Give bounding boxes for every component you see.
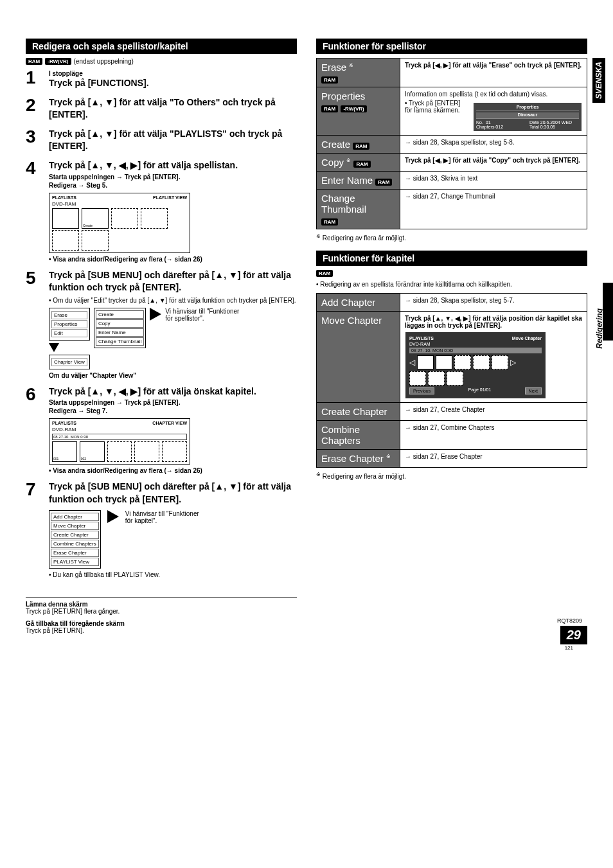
exit1-b: Tryck på [RETURN] flera gånger. — [26, 608, 297, 615]
create-chapter-name: Create Chapter — [317, 403, 400, 421]
step-number: 6 — [26, 385, 49, 475]
step5-figure: Erase Properties Edit Chapter View Creat… — [49, 308, 297, 369]
properties-body2: Tryck på [ENTER] för lämna skärmen. — [405, 100, 460, 114]
ram-tag: RAM — [353, 161, 370, 168]
erase-chapter-body: → sidan 27, Erase Chapter — [400, 450, 587, 468]
fig6-disc: DVD-RAM — [52, 427, 187, 432]
step4-sub2: Redigera → Steg 5. — [49, 182, 297, 189]
step3-title: Tryck på [▲, ▼] för att välja "PLAYLISTS… — [49, 128, 297, 153]
table-row: Erase Chapter ※ → sidan 27, Erase Chapte… — [317, 450, 587, 468]
exit1-h: Lämna denna skärm — [26, 601, 297, 608]
mc-hdr-l: PLAYLISTS — [409, 336, 434, 341]
right-column: Funktioner för spellistor Erase ※ RAM Tr… — [316, 39, 587, 634]
step5-caption: Om du väljer "Chapter View" — [49, 372, 297, 379]
table-row: Combine Chapters → sidan 27, Combine Cha… — [317, 421, 587, 450]
step4-title: Tryck på [▲, ▼, ◀, ▶] för att välja spel… — [49, 159, 297, 172]
mc-thumb — [409, 371, 426, 385]
mc-thumb — [447, 371, 463, 385]
fig4-hdr-r: PLAYLIST VIEW — [153, 195, 187, 200]
submenu-item: Erase — [51, 311, 87, 319]
step6-title: Tryck på [▲, ▼, ◀, ▶] för att välja önsk… — [49, 385, 297, 398]
step5-bullet: Om du väljer "Edit" trycker du på [▲, ▼]… — [49, 297, 297, 304]
step-number: 3 — [26, 128, 49, 153]
step7-figure: Add Chapter Move Chapter Create Chapter … — [49, 510, 297, 569]
create-body: → sidan 28, Skapa spellistor, steg 5-8. — [400, 136, 587, 154]
submenu-item: Combine Chapters — [51, 540, 99, 548]
create-chapter-body: → sidan 27, Create Chapter — [400, 403, 587, 421]
copy-body: Tryck på [◀, ▶] för att välja "Copy" och… — [400, 154, 587, 172]
asterisk-icon: ※ — [349, 62, 353, 68]
properties-name: Properties — [321, 91, 365, 102]
exit2-h: Gå tillbaka till föregående skärm — [26, 620, 297, 627]
step-6: 6 Tryck på [▲, ▼, ◀, ▶] för att välja ön… — [26, 385, 297, 475]
table-row: Add Chapter → sidan 28, Skapa spellistor… — [317, 294, 587, 312]
ram-tag: RAM — [321, 218, 338, 226]
change-thumb-body: → sidan 27, Change Thumbnail — [400, 190, 587, 229]
step6-sub1: Starta uppspelningen → Tryck på [ENTER]. — [49, 399, 297, 406]
chapter-view-figure: PLAYLISTS CHAPTER VIEW DVD-RAM 08 27.10.… — [49, 418, 297, 465]
step-4: 4 Tryck på [▲, ▼, ◀, ▶] för att välja sp… — [26, 159, 297, 263]
mc-thumb — [492, 355, 508, 369]
step1-sub: I stoppläge — [49, 70, 297, 77]
submenu-item: Chapter View — [51, 358, 87, 366]
submenu-item: Enter Name — [96, 328, 144, 337]
table-row: Move Chapter Tryck på [▲, ▼, ◀, ▶] för a… — [317, 312, 587, 403]
pl-thumb-create: Create — [82, 208, 109, 229]
mc-prev: Previous — [409, 387, 434, 394]
submenu-item: Properties — [51, 320, 87, 328]
submenu-item: Copy — [96, 319, 144, 328]
submenu-left: Erase Properties Edit — [49, 308, 90, 341]
step-number: 1 — [26, 69, 49, 90]
submenu-item: Change Thumbnail — [96, 337, 144, 346]
mc-thumb — [454, 355, 471, 369]
step6-bullet: Visa andra sidor/Redigering av flera (→ … — [49, 467, 297, 474]
fig4-hdr-l: PLAYLISTS — [52, 195, 76, 200]
step6-sub2: Redigera → Steg 7. — [49, 407, 297, 414]
arrow-right-icon — [150, 308, 161, 321]
mc-disc: DVD-RAM — [409, 342, 542, 346]
move-chapter-name: Move Chapter — [317, 312, 400, 403]
ram-tag: RAM — [375, 179, 392, 186]
submenu-item: Create — [96, 310, 144, 319]
mc-thumb — [473, 355, 490, 369]
mc-next: Next — [525, 387, 542, 394]
enter-name-name: Enter Name — [321, 175, 373, 186]
step7-title: Tryck på [SUB MENU] och därefter på [▲, … — [49, 481, 297, 506]
pl-thumb — [162, 441, 187, 462]
fig6-sub: 08 27.10. MON 0:30 — [52, 434, 187, 440]
pl-thumb: 001 — [52, 441, 77, 462]
table-row: Change ThumbnailRAM → sidan 27, Change T… — [317, 190, 587, 229]
add-chapter-body: → sidan 28, Skapa spellistor, steg 5-7. — [400, 294, 587, 312]
step-7: 7 Tryck på [SUB MENU] och därefter på [▲… — [26, 481, 297, 578]
ram-tag: RAM — [321, 76, 338, 84]
step5-note: Vi hänvisar till "Funktioner för spellis… — [165, 308, 242, 322]
footnote2: ※ Redigering av flera är möjligt. — [316, 472, 587, 480]
move-chapter-box: PLAYLISTS Move Chapter DVD-RAM 08 27. 10… — [405, 332, 546, 399]
properties-box: Properties Dinosaur No. 01 Date 20.6.200… — [473, 102, 582, 132]
submenu-right: Create Copy Enter Name Change Thumbnail — [94, 308, 146, 348]
fig4-disc: DVD-RAM — [52, 201, 187, 207]
disc-tags-top: RAM -RW(VR) (endast uppspelning) — [26, 58, 297, 65]
erase-name: Erase — [321, 62, 346, 73]
right-header2: Funktioner för kapitel — [316, 251, 587, 266]
submenu-left-bottom: Chapter View — [49, 355, 90, 369]
footnote1: ※ Redigering av flera är möjligt. — [316, 233, 587, 242]
pl-thumb — [111, 208, 138, 229]
add-chapter-name: Add Chapter — [317, 294, 400, 312]
submenu-item: Move Chapter — [51, 522, 99, 530]
arrow-left-icon: ◁ — [409, 358, 415, 367]
copy-name: Copy — [321, 157, 344, 168]
rwvr-tag: -RW(VR) — [45, 58, 71, 65]
pl-thumb — [52, 230, 79, 251]
submenu-item: Erase Chapter — [51, 549, 99, 557]
mc-sub: 08 27. 10. MON 0:30 — [409, 348, 542, 353]
side-tab-language: SVENSKA — [592, 58, 605, 103]
submenu-item: Edit — [51, 329, 87, 337]
side-tab-section: Redigering — [595, 308, 604, 349]
asterisk-icon: ※ — [386, 454, 391, 459]
ram-tag: RAM — [316, 270, 333, 277]
submenu-item: PLAYLIST View — [51, 558, 99, 566]
mc-thumb — [417, 355, 434, 369]
submenu-item: Create Chapter — [51, 531, 99, 539]
step-number: 7 — [26, 481, 49, 578]
